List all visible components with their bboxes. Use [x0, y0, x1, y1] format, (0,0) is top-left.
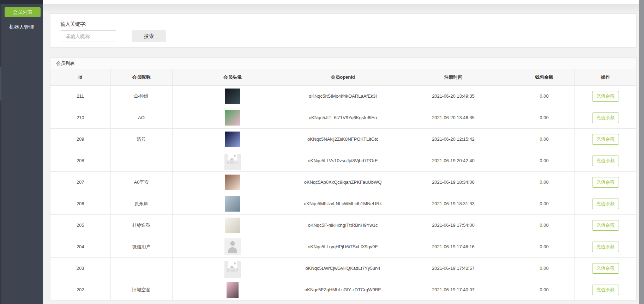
cell-register-time: 2021-06-19 17:46:16: [393, 236, 514, 257]
column-header-avatar: 会员头像: [172, 69, 293, 85]
table-row: 206 原永辉 oKNqc5MIUzvLNLcWMLcfh1MNeURk 202…: [50, 193, 636, 214]
cell-wallet-balance: 0.00: [514, 107, 574, 128]
cell-member-openid: oKNqc5F-hlkHxhgITttRBnH9Yw1c: [293, 214, 393, 236]
search-keyword-label: 输入关键字:: [60, 21, 86, 28]
no-image-label: 暂无图片: [224, 161, 241, 165]
cell-member-avatar: [172, 214, 293, 236]
cell-register-time: 2021-06-20 13:49:35: [393, 85, 514, 107]
cell-register-time: 2021-06-20 13:46:35: [393, 107, 514, 128]
recharge-balance-button[interactable]: 充值余额: [592, 91, 619, 102]
recharge-balance-button[interactable]: 充值余额: [592, 177, 619, 188]
table-row: 205 杜铮造型 oKNqc5F-hlkHxhgITttRBnH9Yw1c 20…: [50, 214, 636, 236]
cell-member-openid: oKNqc5LLryqHPjU6iTSxLfX9qv9E: [293, 236, 393, 257]
cell-member-id: 203: [50, 257, 110, 279]
cell-wallet-balance: 0.00: [514, 171, 574, 193]
cell-member-avatar: [172, 128, 293, 150]
cell-wallet-balance: 0.00: [514, 214, 574, 236]
search-input[interactable]: [61, 30, 116, 42]
cell-member-openid: oKNqc5Ap0XxQc9lqahZPKFauUbWQ: [293, 171, 393, 193]
sidebar-scrollbar-thumb[interactable]: [0, 67, 1, 101]
member-avatar-image: [227, 282, 239, 298]
cell-action: 充值余额: [574, 128, 636, 150]
cell-action: 充值余额: [574, 236, 636, 257]
cell-member-avatar: [172, 193, 293, 214]
recharge-balance-button[interactable]: 充值余额: [592, 285, 619, 295]
sidebar-item-member-list[interactable]: 会员列表: [5, 7, 41, 17]
cell-action: 充值余额: [574, 150, 636, 171]
column-header-id: id: [50, 69, 110, 85]
no-image-placeholder: 暂无图片: [224, 154, 241, 170]
recharge-balance-button[interactable]: 充值余额: [592, 156, 619, 166]
table-row: 202 旧城空念 oKNqc5FZqHMbLsGlY-zDTCrgW9BE 20…: [50, 279, 636, 300]
recharge-balance-button[interactable]: 充值余额: [592, 113, 619, 123]
search-button[interactable]: 搜索: [132, 30, 166, 42]
cell-wallet-balance: 0.00: [514, 193, 574, 214]
cell-member-avatar: [172, 279, 293, 300]
cell-member-openid: oKNqc5MIUzvLNLcWMLcfh1MNeURk: [293, 193, 393, 214]
cell-wallet-balance: 0.00: [514, 150, 574, 171]
cell-member-nickname: [110, 150, 172, 171]
cell-member-nickname: Ω-帅姐: [110, 85, 172, 107]
cell-member-nickname: AO: [110, 107, 172, 128]
cell-member-avatar: 暂无图片: [172, 257, 293, 279]
recharge-balance-button[interactable]: 充值余额: [592, 199, 619, 209]
no-image-icon: [228, 154, 237, 160]
cell-member-openid: oKNqc5LWrCjwGvHQKadLt7Yy5un4: [293, 257, 393, 279]
cell-action: 充值余额: [574, 214, 636, 236]
no-image-placeholder: 暂无图片: [224, 261, 241, 278]
cell-action: 充值余额: [574, 257, 636, 279]
cell-member-nickname: 杜铮造型: [110, 214, 172, 236]
column-header-action: 操作: [574, 69, 636, 85]
member-table-panel: 会员列表 id 会员昵称 会员头像 会员openid 注册时间 钱包余额 操作 …: [50, 57, 637, 300]
top-bar-shadow: [43, 4, 639, 13]
recharge-balance-button[interactable]: 充值余额: [592, 220, 619, 231]
cell-register-time: 2021-06-19 17:42:57: [393, 257, 514, 279]
member-avatar-image: [225, 132, 240, 147]
cell-register-time: 2021-06-19 17:40:07: [393, 279, 514, 300]
member-avatar-image: [225, 218, 240, 233]
cell-member-id: 209: [50, 128, 110, 150]
cell-member-nickname: 旧城空念: [110, 279, 172, 300]
cell-register-time: 2021-06-19 18:34:06: [393, 171, 514, 193]
cell-action: 充值余额: [574, 107, 636, 128]
search-panel: 输入关键字: 搜索: [50, 13, 637, 48]
member-avatar-image: [225, 89, 240, 104]
column-header-openid: 会员openid: [293, 69, 393, 85]
cell-register-time: 2021-06-19 18:31:33: [393, 193, 514, 214]
table-title: 会员列表: [50, 58, 636, 69]
recharge-balance-button[interactable]: 充值余额: [592, 263, 619, 274]
cell-register-time: 2021-06-20 12:15:42: [393, 128, 514, 150]
cell-member-id: 205: [50, 214, 110, 236]
table-row: 203 暂无图片 oKNqc5LWrCjwGvHQKadLt7Yy5un4 20…: [50, 257, 636, 279]
column-header-nickname: 会员昵称: [110, 69, 172, 85]
cell-wallet-balance: 0.00: [514, 257, 574, 279]
cell-action: 充值余额: [574, 279, 636, 300]
sidebar-item-robot-management[interactable]: 机器人管理: [0, 22, 43, 32]
cell-member-avatar: [172, 85, 293, 107]
table-row: 208 暂无图片 oKNqc5LLVs10vsuJjd8Vjhd7POrE 20…: [50, 150, 636, 171]
table-row: 209 清晨 oKNqc5NAkij2ZsK8NFPOKTLitGtc 2021…: [50, 128, 636, 150]
cell-register-time: 2021-06-19 17:54:00: [393, 214, 514, 236]
sidebar-scrollbar-track[interactable]: [0, 4, 1, 304]
cell-member-nickname: 清晨: [110, 128, 172, 150]
no-image-label: 暂无图片: [224, 269, 241, 272]
sidebar: 会员列表 机器人管理: [0, 0, 43, 304]
cell-action: 充值余额: [574, 171, 636, 193]
recharge-balance-button[interactable]: 充值余额: [592, 134, 619, 145]
member-table: id 会员昵称 会员头像 会员openid 注册时间 钱包余额 操作 211 Ω…: [50, 69, 636, 300]
recharge-balance-button[interactable]: 充值余额: [592, 242, 619, 252]
default-user-avatar-icon: [224, 238, 241, 255]
cell-member-nickname: [110, 257, 172, 279]
cell-member-id: 208: [50, 150, 110, 171]
cell-member-openid: oKNqc5FZqHMbLsGlY-zDTCrgW9BE: [293, 279, 393, 300]
table-header-row: id 会员昵称 会员头像 会员openid 注册时间 钱包余额 操作: [50, 69, 636, 85]
cell-member-openid: oKNqc5LLVs10vsuJjd8Vjhd7POrE: [293, 150, 393, 171]
vertical-scrollbar[interactable]: [639, 0, 644, 304]
cell-action: 充值余额: [574, 193, 636, 214]
column-header-balance: 钱包余额: [514, 69, 574, 85]
cell-member-nickname: 微信用户: [110, 236, 172, 257]
cell-member-id: 204: [50, 236, 110, 257]
table-row: 211 Ω-帅姐 oKNqc5ItSIMo4If4kOARLaAfEk3I 20…: [50, 85, 636, 107]
column-header-registered: 注册时间: [393, 69, 514, 85]
cell-member-id: 206: [50, 193, 110, 214]
